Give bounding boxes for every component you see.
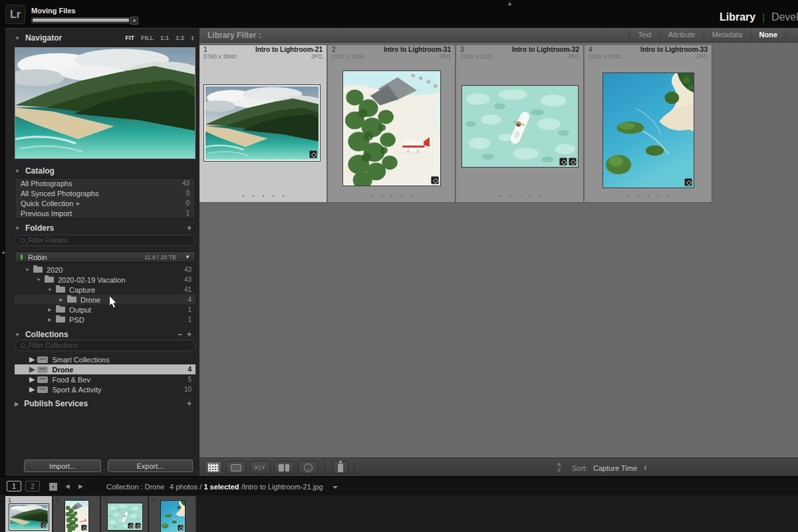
collections-actions[interactable]: − +	[178, 330, 193, 339]
catalog-item-all-synced[interactable]: All Synced Photographs0	[15, 188, 195, 198]
disclosure-icon[interactable]: ▶	[29, 355, 35, 364]
filmstrip-thumbnail[interactable]	[65, 501, 88, 532]
filter-metadata-option[interactable]: Metadata	[704, 31, 751, 39]
folder-row-drone[interactable]: ▶Drone4	[15, 295, 196, 305]
disclosure-icon[interactable]: ▶	[47, 307, 53, 313]
photo-thumbnail[interactable]	[343, 71, 440, 186]
folder-row-psd[interactable]: ▶PSD1	[15, 315, 196, 325]
grid-cell-3[interactable]: 3Intro to Lightroom-32 3199 x 2242JPG	[456, 45, 584, 203]
collection-badge-icon[interactable]	[41, 522, 47, 528]
collapse-collections-icon[interactable]: ▼	[15, 332, 20, 338]
folder-row-vacation[interactable]: ▼2020-02-19 Vacation43	[15, 275, 196, 285]
catalog-item-all-photographs[interactable]: All Photographs43	[15, 178, 195, 188]
add-folder-icon[interactable]: +	[187, 223, 193, 233]
sort-value[interactable]: Capture Time	[593, 464, 637, 472]
collections-header[interactable]: ▼ Collections − +	[5, 328, 200, 341]
publish-services-header[interactable]: ▶ Publish Services +	[5, 397, 200, 410]
filmstrip-thumbnail[interactable]	[108, 503, 142, 530]
collection-row-sport-activity[interactable]: ▶Sport & Activity10	[15, 384, 196, 394]
folders-header[interactable]: ▼ Folders +	[5, 221, 200, 235]
selection-dropdown-caret-icon[interactable]	[332, 486, 338, 489]
disclosure-icon[interactable]: ▼	[35, 277, 42, 282]
zoom-stepper-icon[interactable]: ▲▼	[191, 35, 194, 41]
expand-publish-services-icon[interactable]: ▶	[15, 401, 19, 407]
collection-badge-icon[interactable]	[569, 158, 577, 166]
disclosure-icon[interactable]: ▶	[29, 375, 35, 384]
source-collection-label[interactable]: Collection : Drone	[106, 483, 164, 491]
disclosure-icon[interactable]: ▶	[47, 317, 53, 323]
survey-view-button[interactable]	[274, 461, 294, 474]
collection-badge-icon[interactable]	[135, 523, 141, 529]
grid-view-area[interactable]: 1Intro to Lightroom-21 5760 x 3840JPG 2I…	[200, 43, 798, 458]
forward-arrow-icon[interactable]: ►	[77, 482, 84, 490]
filter-folders-input[interactable]: Filter Folders	[15, 235, 196, 246]
module-develop[interactable]: Develop	[771, 11, 798, 23]
collapse-folders-icon[interactable]: ▼	[15, 225, 20, 231]
collection-row-drone[interactable]: ▶Drone4	[15, 364, 196, 374]
photo-thumbnail[interactable]	[204, 85, 320, 161]
zoom-1-2-option[interactable]: 1:2	[176, 35, 184, 41]
grid-cell-2[interactable]: 2Intro to Lightroom-31 2507 x 3066JPG	[328, 45, 456, 203]
secondary-screen-button[interactable]: 2	[25, 481, 40, 491]
grid-view-button[interactable]	[205, 461, 222, 474]
collapse-left-panel-strip[interactable]: ◄	[0, 28, 5, 476]
navigator-preview[interactable]	[15, 47, 196, 159]
cancel-task-icon[interactable]: ×	[130, 17, 138, 25]
filmstrip-thumbnail[interactable]	[9, 504, 49, 530]
collection-badge-icon[interactable]	[309, 150, 317, 158]
compare-view-button[interactable]: X|Y	[250, 461, 270, 474]
collapse-catalog-icon[interactable]: ▼	[15, 168, 20, 174]
catalog-header[interactable]: ▼ Catalog	[5, 164, 200, 178]
grid-cell-1[interactable]: 1Intro to Lightroom-21 5760 x 3840JPG	[200, 45, 327, 203]
collection-badge-icon[interactable]	[431, 176, 439, 184]
filmstrip-cell-1[interactable]: 1	[5, 496, 53, 532]
disclosure-icon[interactable]: ▶	[29, 365, 35, 374]
filmstrip-cell-3[interactable]: 3	[101, 496, 148, 532]
filter-collections-input[interactable]: Filter Collections	[15, 340, 196, 351]
crop-badge-icon[interactable]	[559, 158, 567, 166]
collection-row-smart-collections[interactable]: ▶Smart Collections	[15, 354, 196, 364]
people-view-button[interactable]	[298, 461, 318, 474]
zoom-1-1-option[interactable]: 1:1	[160, 35, 169, 41]
module-library[interactable]: Library	[720, 11, 755, 23]
filmstrip[interactable]: 1 2 3 4	[0, 495, 798, 532]
primary-screen-button[interactable]: 1	[7, 481, 21, 491]
volume-disclosure-icon[interactable]: ▼	[185, 254, 190, 260]
catalog-item-quick-collection[interactable]: Quick Collection +0	[15, 198, 195, 208]
filmstrip-cell-4[interactable]: 4	[149, 496, 196, 532]
export-button[interactable]: Export...	[108, 460, 193, 472]
grid-cell-4[interactable]: 4Intro to Lightroom-33 2992 x 3992JPG	[585, 45, 712, 203]
grid-mode-icon[interactable]	[49, 483, 57, 491]
disclosure-icon[interactable]: ▶	[58, 297, 65, 303]
sort-stepper-icon[interactable]: ▲▼	[644, 465, 647, 470]
zoom-fill-option[interactable]: FILL	[141, 35, 154, 41]
disclosure-icon[interactable]: ▶	[29, 385, 35, 394]
sort-direction-icon[interactable]: AZ	[557, 462, 561, 473]
collapse-navigator-icon[interactable]: ▼	[15, 35, 20, 41]
collection-badge-icon[interactable]	[178, 525, 184, 531]
filmstrip-thumbnail[interactable]	[161, 501, 185, 532]
collection-badge-icon[interactable]	[684, 178, 692, 186]
crop-badge-icon[interactable]	[128, 523, 134, 529]
loupe-view-button[interactable]	[226, 461, 246, 474]
catalog-item-previous-import[interactable]: Previous Import1	[15, 208, 195, 218]
folder-row-capture[interactable]: ▼Capture41	[15, 285, 196, 295]
volume-robin[interactable]: Robin 11.8 / 20 TB ▼	[15, 251, 196, 263]
folder-row-2020[interactable]: ▼202043	[15, 265, 196, 275]
zoom-fit-option[interactable]: FIT	[126, 35, 135, 41]
add-publish-service-icon[interactable]: +	[187, 399, 193, 408]
photo-thumbnail[interactable]	[462, 86, 578, 167]
import-button[interactable]: Import...	[24, 460, 101, 472]
disclosure-icon[interactable]: ▼	[24, 267, 31, 272]
filter-attribute-option[interactable]: Attribute	[660, 31, 704, 39]
collection-badge-icon[interactable]	[81, 525, 87, 531]
collection-row-food-bev[interactable]: ▶Food & Bev5	[15, 374, 196, 384]
collapse-top-panel-icon[interactable]: ▲	[507, 0, 513, 7]
back-arrow-icon[interactable]: ◄	[64, 482, 71, 490]
filter-none-option[interactable]: None	[751, 31, 787, 39]
navigator-header[interactable]: ▼ Navigator FIT FILL 1:1 1:2 ▲▼	[5, 31, 200, 45]
selection-info[interactable]: 4 photos / 1 selected /Intro to Lightroo…	[170, 483, 323, 491]
filter-text-option[interactable]: Text	[629, 31, 660, 39]
disclosure-icon[interactable]: ▼	[47, 287, 53, 292]
photo-thumbnail[interactable]	[603, 73, 694, 188]
